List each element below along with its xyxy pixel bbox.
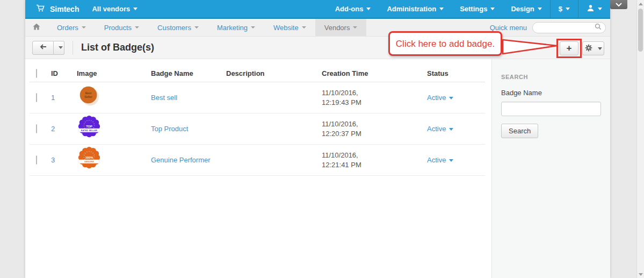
- creation-clock: 12:19:43 PM: [322, 98, 427, 108]
- tab-orders[interactable]: Orders: [48, 19, 95, 36]
- menu-item-administration[interactable]: Administration: [379, 0, 452, 18]
- row-checkbox[interactable]: [36, 124, 37, 133]
- add-badge-button[interactable]: +: [560, 41, 578, 55]
- user-account-dropdown[interactable]: [578, 0, 610, 18]
- table-row: 2 TOP RATED SELLER: [30, 113, 485, 145]
- svg-text:RATED SELLER: RATED SELLER: [81, 130, 97, 132]
- section-navbar: Orders Products Customers Marketing Webs…: [25, 19, 610, 37]
- page-title: List of Badge(s): [81, 42, 154, 53]
- gear-dropdown-button[interactable]: [582, 41, 604, 55]
- badge-name-link[interactable]: Genuine Performer: [151, 156, 211, 164]
- column-header-image: Image: [77, 69, 151, 77]
- creation-time: 11/10/2016, 12:21:41 PM: [322, 151, 427, 170]
- page-background: Simtech All vendors Add-ons Administrati…: [0, 0, 644, 278]
- status-label: Active: [427, 125, 446, 133]
- menu-item-label: Add-ons: [335, 5, 364, 13]
- annotation-callout-tail: [502, 38, 559, 56]
- tab-products[interactable]: Products: [95, 19, 148, 36]
- menu-item-design[interactable]: Design: [503, 0, 549, 18]
- row-checkbox[interactable]: [36, 155, 37, 165]
- creation-time: 11/10/2016, 12:20:37 PM: [322, 119, 427, 139]
- home-button[interactable]: [25, 19, 48, 36]
- currency-icon: $: [559, 5, 562, 13]
- back-history-dropdown[interactable]: [54, 41, 64, 55]
- svg-text:TOP: TOP: [86, 125, 92, 128]
- badge-name-label: Badge Name: [501, 89, 601, 97]
- tab-marketing[interactable]: Marketing: [208, 19, 264, 36]
- creation-clock: 12:21:41 PM: [322, 160, 427, 170]
- brand-group: Simtech All vendors: [25, 4, 138, 14]
- badges-table: ID Image Badge Name Description Creation…: [30, 65, 485, 176]
- scrollbar-thumb[interactable]: [638, 9, 643, 52]
- chevron-down-icon: [449, 97, 453, 99]
- svg-text:Best: Best: [85, 91, 92, 95]
- top-navbar: Simtech All vendors Add-ons Administrati…: [25, 0, 610, 19]
- svg-text:Seller: Seller: [84, 95, 92, 98]
- currency-dropdown[interactable]: $: [550, 0, 578, 18]
- collapse-panel-button[interactable]: [610, 0, 627, 9]
- chevron-down-icon: [598, 8, 602, 10]
- vendor-selector-label: All vendors: [92, 5, 130, 13]
- row-checkbox[interactable]: [36, 93, 37, 102]
- column-header-creation-time: Creation Time: [322, 69, 427, 77]
- creation-time: 11/10/2016, 12:19:43 PM: [322, 88, 427, 108]
- chevron-down-icon: [353, 26, 357, 28]
- creation-date: 11/10/2016,: [322, 88, 427, 98]
- chevron-down-icon: [251, 26, 255, 28]
- topbar-menu: Add-ons Administration Settings Design $: [327, 0, 610, 18]
- chevron-down-icon: [566, 8, 570, 10]
- status-dropdown[interactable]: Active: [427, 156, 485, 164]
- badge-id-link[interactable]: 2: [51, 125, 55, 133]
- chevron-down-icon: [366, 8, 371, 10]
- table-header-row: ID Image Badge Name Description Creation…: [30, 65, 485, 82]
- annotation-callout: Click here to add badge.: [388, 31, 502, 56]
- chevron-down-icon: [59, 46, 63, 49]
- tab-label: Vendors: [324, 24, 350, 32]
- back-button[interactable]: [32, 41, 54, 55]
- sidebar-title: SEARCH: [501, 74, 601, 80]
- divider: [73, 41, 73, 55]
- tab-label: Orders: [57, 24, 78, 32]
- badge-name-input[interactable]: [501, 102, 601, 116]
- user-icon: [587, 4, 595, 13]
- svg-text:100%: 100%: [85, 156, 93, 159]
- status-dropdown[interactable]: Active: [427, 125, 485, 133]
- column-header-description: Description: [226, 69, 322, 77]
- scrollbar-down-arrow-icon[interactable]: [639, 273, 643, 276]
- global-search-input[interactable]: [532, 22, 606, 33]
- badge-id-link[interactable]: 1: [51, 94, 55, 102]
- home-icon: [33, 23, 40, 32]
- tab-label: Products: [104, 24, 132, 32]
- brand-name[interactable]: Simtech: [50, 5, 79, 13]
- select-all-checkbox[interactable]: [36, 69, 37, 78]
- badge-id-link[interactable]: 3: [51, 156, 55, 164]
- chevron-down-icon: [614, 2, 623, 7]
- badge-name-link[interactable]: Top Product: [151, 125, 188, 133]
- search-button[interactable]: Search: [501, 124, 538, 138]
- search-icon: [595, 23, 602, 32]
- chevron-down-icon: [449, 159, 453, 162]
- tab-website[interactable]: Website: [264, 19, 315, 36]
- status-dropdown[interactable]: Active: [427, 94, 485, 102]
- tab-vendors[interactable]: Vendors: [315, 19, 367, 36]
- vertical-scrollbar[interactable]: [636, 0, 644, 278]
- cart-icon: [36, 4, 45, 14]
- creation-clock: 12:20:37 PM: [322, 129, 427, 139]
- menu-item-settings[interactable]: Settings: [452, 0, 503, 18]
- gear-icon: [585, 44, 592, 53]
- menu-item-label: Design: [511, 5, 534, 13]
- menu-item-label: Administration: [387, 5, 436, 13]
- tab-customers[interactable]: Customers: [148, 19, 208, 36]
- vendor-selector-dropdown[interactable]: All vendors: [92, 5, 138, 13]
- creation-date: 11/10/2016,: [322, 119, 427, 129]
- badge-name-link[interactable]: Best sell: [151, 94, 177, 102]
- tab-label: Marketing: [217, 24, 248, 32]
- scrollbar-up-arrow-icon[interactable]: [639, 3, 643, 5]
- menu-item-addons[interactable]: Add-ons: [327, 0, 379, 18]
- quick-menu-link[interactable]: Quick menu: [490, 24, 527, 32]
- column-header-status: Status: [427, 69, 485, 77]
- tab-label: Customers: [157, 24, 191, 32]
- content-area: ID Image Badge Name Description Creation…: [25, 59, 610, 278]
- chevron-down-icon: [490, 8, 495, 10]
- column-header-badge-name: Badge Name: [151, 69, 226, 77]
